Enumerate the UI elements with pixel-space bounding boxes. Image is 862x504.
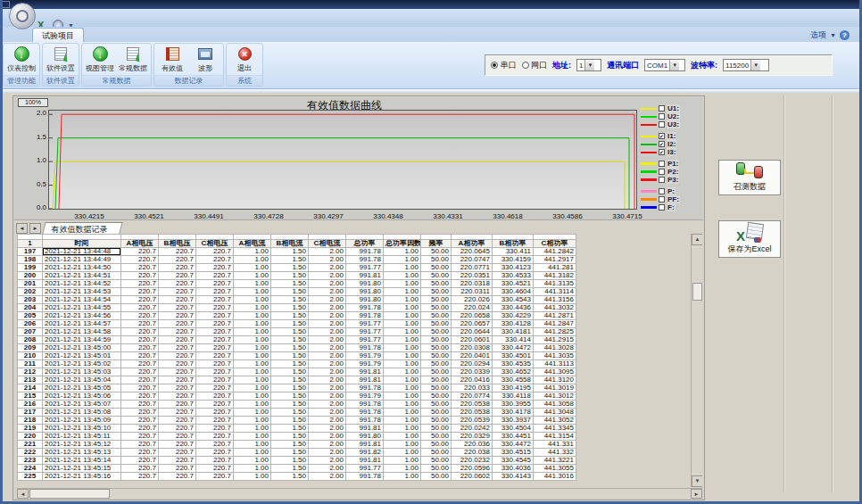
data-cell[interactable]: 1.50 bbox=[271, 425, 309, 433]
data-cell[interactable]: 2021-12-21 13:45:06 bbox=[43, 392, 121, 401]
data-cell[interactable]: 50.00 bbox=[421, 376, 452, 384]
legend-checkbox[interactable] bbox=[659, 196, 665, 202]
data-cell[interactable]: 330.3937 bbox=[493, 417, 534, 425]
data-cell[interactable]: 220.7 bbox=[121, 425, 159, 433]
scroll-left-icon[interactable]: ◄ bbox=[17, 489, 29, 499]
data-cell[interactable]: 2.00 bbox=[309, 280, 346, 288]
data-cell[interactable]: 50.00 bbox=[421, 304, 452, 312]
ribbon-button[interactable]: ✕退出 bbox=[228, 45, 261, 75]
data-cell[interactable]: 2021-12-21 13:44:57 bbox=[43, 320, 121, 328]
data-cell[interactable]: 441.2917 bbox=[534, 256, 576, 264]
data-cell[interactable]: 1.00 bbox=[234, 336, 271, 344]
data-cell[interactable]: 220.0351 bbox=[452, 272, 493, 280]
data-cell[interactable]: 441.3012 bbox=[534, 392, 576, 401]
data-cell[interactable]: 1.50 bbox=[271, 360, 309, 368]
data-cell[interactable]: 2021-12-21 13:44:59 bbox=[43, 336, 121, 344]
legend-checkbox[interactable] bbox=[659, 121, 665, 128]
data-cell[interactable]: 220.7 bbox=[159, 433, 196, 441]
data-cell[interactable]: 991.82 bbox=[346, 449, 384, 457]
data-cell[interactable]: 991.78 bbox=[346, 248, 384, 256]
data-cell[interactable]: 220.7 bbox=[121, 272, 159, 280]
data-cell[interactable]: 50.00 bbox=[421, 425, 452, 433]
column-header[interactable]: 频率 bbox=[421, 240, 452, 248]
data-cell[interactable]: 220.7 bbox=[196, 304, 234, 312]
data-cell[interactable]: 1.00 bbox=[384, 425, 421, 433]
row-number-cell[interactable]: 205 bbox=[18, 312, 43, 320]
data-cell[interactable]: 330.4472 bbox=[493, 344, 534, 352]
data-cell[interactable]: 50.00 bbox=[421, 473, 452, 481]
data-cell[interactable]: 2.00 bbox=[309, 433, 346, 441]
data-cell[interactable]: 220.0294 bbox=[452, 360, 493, 368]
data-cell[interactable]: 1.00 bbox=[384, 288, 421, 296]
data-cell[interactable]: 50.00 bbox=[421, 401, 452, 409]
data-cell[interactable]: 220.7 bbox=[159, 360, 196, 368]
scroll-up-icon[interactable]: ▲ bbox=[692, 234, 702, 245]
data-cell[interactable]: 220.7 bbox=[196, 425, 234, 433]
data-cell[interactable]: 220.7 bbox=[196, 256, 234, 264]
data-cell[interactable]: 1.00 bbox=[384, 409, 421, 417]
data-cell[interactable]: 441.3113 bbox=[534, 360, 576, 368]
data-cell[interactable]: 50.00 bbox=[421, 328, 452, 336]
data-cell[interactable]: 991.78 bbox=[346, 409, 384, 417]
data-cell[interactable]: 220.7 bbox=[121, 441, 159, 449]
data-cell[interactable]: 220.7 bbox=[196, 409, 234, 417]
data-cell[interactable]: 1.50 bbox=[271, 392, 309, 401]
data-cell[interactable]: 2021-12-21 13:45:08 bbox=[43, 409, 121, 417]
scroll-down-icon[interactable]: ▼ bbox=[692, 475, 702, 487]
data-cell[interactable]: 220.7 bbox=[196, 264, 234, 272]
window-system-icon[interactable] bbox=[2, 1, 10, 8]
data-cell[interactable]: 441.3120 bbox=[534, 376, 576, 384]
data-cell[interactable]: 2.00 bbox=[309, 312, 346, 320]
data-cell[interactable]: 441.2825 bbox=[534, 328, 576, 336]
data-cell[interactable]: 220.7 bbox=[121, 248, 159, 256]
data-cell[interactable]: 220.7 bbox=[159, 457, 196, 465]
data-cell[interactable]: 1.50 bbox=[271, 264, 309, 272]
data-cell[interactable]: 441.2847 bbox=[534, 320, 576, 328]
sheet-next-button[interactable]: ► bbox=[29, 223, 41, 234]
data-cell[interactable]: 50.00 bbox=[421, 360, 452, 368]
data-cell[interactable]: 220.7 bbox=[159, 392, 196, 401]
data-cell[interactable]: 2.00 bbox=[309, 360, 346, 368]
sheet-prev-button[interactable]: ◄ bbox=[16, 223, 28, 234]
data-cell[interactable]: 441.2871 bbox=[534, 312, 576, 320]
data-cell[interactable]: 220.7 bbox=[159, 465, 196, 473]
ribbon-button[interactable]: ↓视图管理 bbox=[84, 45, 116, 75]
data-cell[interactable]: 991.80 bbox=[346, 433, 384, 441]
column-header[interactable]: C相电流 bbox=[309, 240, 346, 248]
data-cell[interactable]: 220.7 bbox=[159, 417, 196, 425]
data-cell[interactable]: 330.4543 bbox=[493, 296, 534, 304]
data-cell[interactable]: 220.7 bbox=[121, 312, 159, 320]
data-cell[interactable]: 220.7 bbox=[121, 409, 159, 417]
data-cell[interactable]: 330.4436 bbox=[493, 304, 534, 312]
data-cell[interactable]: 220.7 bbox=[121, 320, 159, 328]
data-cell[interactable]: 220.7 bbox=[196, 296, 234, 304]
data-cell[interactable]: 220.7 bbox=[159, 248, 196, 256]
data-cell[interactable]: 1.50 bbox=[271, 449, 309, 457]
address-select[interactable]: 1▼ bbox=[576, 59, 601, 71]
data-cell[interactable]: 220.7 bbox=[196, 280, 234, 288]
data-cell[interactable]: 441.2915 bbox=[534, 336, 576, 344]
data-cell[interactable]: 991.78 bbox=[346, 384, 384, 392]
data-cell[interactable]: 1.00 bbox=[234, 320, 271, 328]
data-cell[interactable]: 1.50 bbox=[271, 328, 309, 336]
row-number-cell[interactable]: 202 bbox=[18, 288, 43, 296]
data-cell[interactable]: 991.77 bbox=[346, 320, 384, 328]
data-cell[interactable]: 991.81 bbox=[346, 457, 384, 465]
row-number-cell[interactable]: 213 bbox=[18, 376, 43, 384]
data-cell[interactable]: 991.81 bbox=[346, 272, 384, 280]
data-cell[interactable]: 220.0657 bbox=[452, 320, 493, 328]
data-cell[interactable]: 220.7 bbox=[196, 441, 234, 449]
data-cell[interactable]: 220.0774 bbox=[452, 392, 493, 401]
data-cell[interactable]: 441.3028 bbox=[534, 344, 576, 352]
data-cell[interactable]: 441.3135 bbox=[534, 280, 576, 288]
data-cell[interactable]: 330.4504 bbox=[493, 425, 534, 433]
data-cell[interactable]: 1.00 bbox=[234, 425, 271, 433]
data-cell[interactable]: 1.00 bbox=[384, 344, 421, 352]
column-header[interactable]: A相功率 bbox=[452, 240, 493, 248]
row-number-cell[interactable]: 215 bbox=[18, 392, 43, 401]
data-cell[interactable]: 2021-12-21 13:44:49 bbox=[43, 256, 121, 264]
data-cell[interactable]: 991.79 bbox=[346, 392, 384, 401]
data-cell[interactable]: 50.00 bbox=[421, 296, 452, 304]
data-cell[interactable]: 2.00 bbox=[309, 417, 346, 425]
data-cell[interactable]: 220.7 bbox=[196, 368, 234, 376]
